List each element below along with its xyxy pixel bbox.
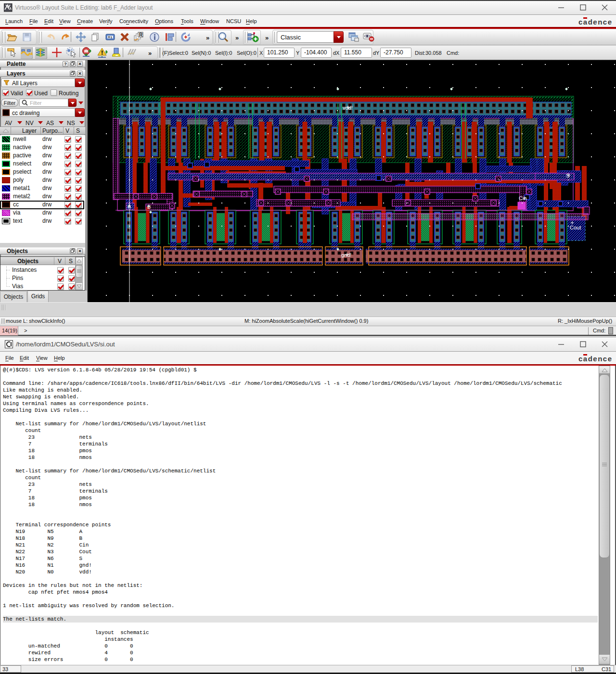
- svg-text:R: R: [139, 32, 143, 38]
